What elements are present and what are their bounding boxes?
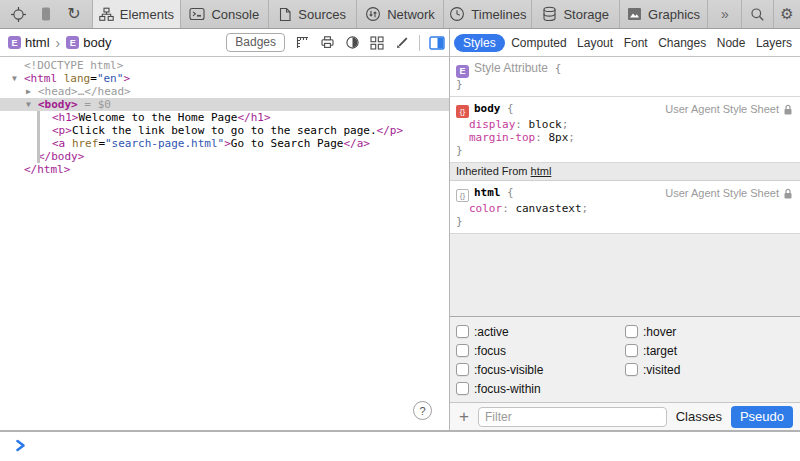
element-badge: E <box>8 36 21 49</box>
more-tabs-button[interactable]: » <box>707 0 741 28</box>
dom-node[interactable]: <h1>Welcome to the Home Page</h1> <box>0 111 449 124</box>
classes-toggle-button[interactable]: Classes <box>674 407 724 426</box>
sources-icon <box>278 7 292 22</box>
styles-filter-input[interactable] <box>478 407 667 427</box>
css-property-display[interactable]: display: block; <box>456 118 794 131</box>
tab-elements[interactable]: Elements <box>92 0 180 28</box>
print-icon[interactable] <box>319 35 335 51</box>
reload-page-button[interactable]: ↻ <box>62 3 86 25</box>
help-button[interactable]: ? <box>413 401 432 420</box>
tab-storage[interactable]: Storage <box>531 0 619 28</box>
graphics-icon <box>627 7 642 21</box>
checkbox[interactable] <box>625 344 638 357</box>
ruler-icon[interactable] <box>294 35 310 51</box>
dom-node[interactable]: ▶<head>…</head> <box>0 85 449 98</box>
pseudo-label: :target <box>643 344 677 358</box>
details-sidebar-toggle-icon[interactable] <box>429 35 445 51</box>
brush-icon[interactable] <box>394 35 410 51</box>
pseudo-toggle-focus-within[interactable]: :focus-within <box>456 379 625 398</box>
main-content: <!DOCTYPE html>▼<html lang="en">▶<head>…… <box>0 57 800 431</box>
collapse-arrow[interactable]: ▼ <box>26 98 31 111</box>
closing-brace: } <box>456 78 794 91</box>
device-settings-button[interactable] <box>34 3 58 25</box>
styles-sections: EStyle Attribute {}User Agent Style Shee… <box>450 57 800 316</box>
sidebar-tab-layers[interactable]: Layers <box>752 34 796 52</box>
tab-label: Graphics <box>648 7 700 22</box>
inherited-selector-link[interactable]: html <box>531 165 552 177</box>
checkbox[interactable] <box>456 382 469 395</box>
dom-node[interactable]: </html> <box>0 163 449 176</box>
add-rule-button[interactable]: + <box>457 410 471 424</box>
pseudo-toggle-active[interactable]: :active <box>456 322 625 341</box>
dom-node[interactable]: <!DOCTYPE html> <box>0 59 449 72</box>
breadcrumb: Ehtml›Ebody <box>8 35 226 51</box>
sidebar-tab-node[interactable]: Node <box>713 34 750 52</box>
badges-button[interactable]: Badges <box>226 33 285 52</box>
dom-node[interactable]: ▼<body> = $0 <box>0 98 449 111</box>
pseudo-label: :visited <box>643 363 680 377</box>
sidebar-tab-computed[interactable]: Computed <box>507 34 570 52</box>
css-property-color[interactable]: color: canvastext; <box>456 202 794 215</box>
checkbox[interactable] <box>625 363 638 376</box>
contrast-icon[interactable] <box>344 35 360 51</box>
pseudo-toggle-focus-visible[interactable]: :focus-visible <box>456 360 625 379</box>
settings-button[interactable]: ⚙ <box>773 0 800 28</box>
element-badge: E <box>66 36 79 49</box>
network-icon <box>365 6 381 22</box>
pseudo-toggle-visited[interactable]: :visited <box>625 360 794 379</box>
rule-selector[interactable]: html <box>474 186 501 199</box>
quick-console-bar[interactable] <box>0 431 800 461</box>
elements-icon <box>99 7 114 22</box>
tab-graphics[interactable]: Graphics <box>619 0 707 28</box>
search-button[interactable] <box>741 0 773 28</box>
expand-arrow[interactable]: ▶ <box>26 85 31 98</box>
pseudo-label: :active <box>474 325 509 339</box>
checkbox[interactable] <box>456 325 469 338</box>
stylesheet-origin: User Agent Style Sheet <box>665 187 793 200</box>
dom-node[interactable]: <a href="search-page.html">Go to Search … <box>0 137 449 150</box>
tab-sources[interactable]: Sources <box>268 0 356 28</box>
inherited-from-bar: Inherited From html <box>450 163 800 181</box>
rule-selector[interactable]: Style Attribute <box>474 61 548 75</box>
checkbox[interactable] <box>456 363 469 376</box>
closing-brace: } <box>456 144 794 157</box>
dom-node[interactable]: </body> <box>0 150 449 163</box>
pseudo-toggle-target[interactable]: :target <box>625 341 794 360</box>
rule-selector[interactable]: body <box>474 102 501 115</box>
styles-sidebar: EStyle Attribute {}User Agent Style Shee… <box>449 57 800 431</box>
breadcrumb-item-body[interactable]: Ebody <box>66 35 111 50</box>
inspect-element-button[interactable] <box>6 3 30 25</box>
dom-node[interactable]: <p>Click the link below to go to the sea… <box>0 124 449 137</box>
collapse-arrow[interactable]: ▼ <box>12 72 17 85</box>
tab-timelines[interactable]: Timelines <box>443 0 531 28</box>
grid-overlay-icon[interactable] <box>369 35 385 51</box>
sidebar-tab-styles[interactable]: Styles <box>454 34 505 52</box>
lock-icon <box>783 188 793 200</box>
breadcrumb-separator: › <box>56 35 61 51</box>
tab-network[interactable]: Network <box>356 0 444 28</box>
tab-label: Network <box>387 7 435 22</box>
pseudo-toggle-hover[interactable]: :hover <box>625 322 794 341</box>
checkbox[interactable] <box>456 344 469 357</box>
dom-node[interactable]: ▼<html lang="en"> <box>0 72 449 85</box>
rule-icon: {} <box>456 105 469 118</box>
tab-label: Storage <box>563 7 609 22</box>
checkbox[interactable] <box>625 325 638 338</box>
rule-icon: {} <box>456 189 469 202</box>
pseudo-toggle-focus[interactable]: :focus <box>456 341 625 360</box>
css-property-margin-top[interactable]: margin-top: 8px; <box>456 131 794 144</box>
breadcrumb-item-html[interactable]: Ehtml <box>8 35 50 50</box>
tab-label: Sources <box>298 7 346 22</box>
sidebar-tab-font[interactable]: Font <box>620 34 652 52</box>
tab-console[interactable]: Console <box>180 0 268 28</box>
sidebar-tab-layout[interactable]: Layout <box>573 34 617 52</box>
sub-toolbar: Ehtml›Ebody Badges <box>0 29 800 57</box>
main-tabs: ElementsConsoleSourcesNetworkTimelinesSt… <box>92 0 707 28</box>
closing-brace: } <box>456 215 794 228</box>
console-icon <box>189 7 205 21</box>
nav-actions: Badges <box>226 33 445 52</box>
stylesheet-origin: User Agent Style Sheet <box>665 103 793 116</box>
sidebar-tab-changes[interactable]: Changes <box>654 34 710 52</box>
tab-label: Console <box>211 7 259 22</box>
pseudo-toggle-button[interactable]: Pseudo <box>731 406 793 428</box>
